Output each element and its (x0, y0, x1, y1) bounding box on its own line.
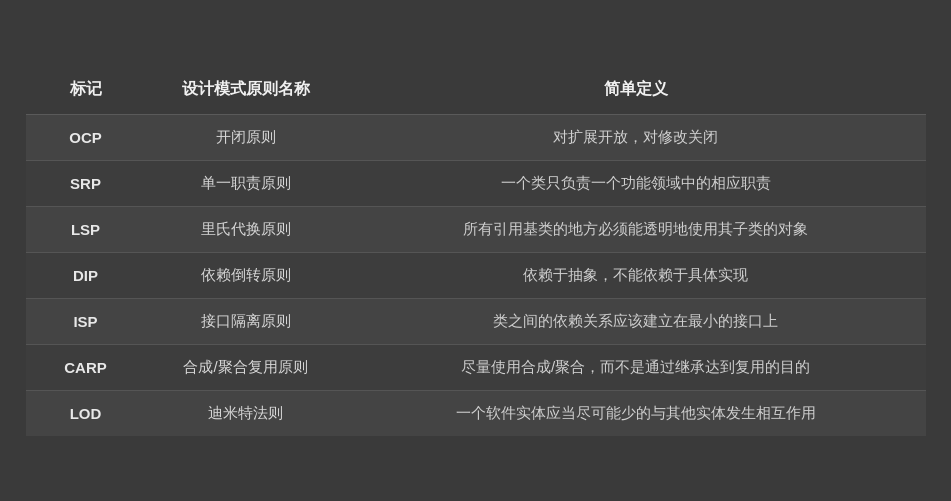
cell-definition: 所有引用基类的地方必须能透明地使用其子类的对象 (346, 207, 926, 253)
cell-definition: 尽量使用合成/聚合，而不是通过继承达到复用的目的 (346, 345, 926, 391)
cell-name: 合成/聚合复用原则 (146, 345, 346, 391)
table-header-row: 标记 设计模式原则名称 简单定义 (26, 65, 926, 115)
header-name: 设计模式原则名称 (146, 65, 346, 115)
header-code: 标记 (26, 65, 146, 115)
cell-definition: 类之间的依赖关系应该建立在最小的接口上 (346, 299, 926, 345)
cell-code: DIP (26, 253, 146, 299)
design-principles-table: 标记 设计模式原则名称 简单定义 OCP开闭原则对扩展开放，对修改关闭SRP单一… (26, 65, 926, 436)
cell-definition: 一个软件实体应当尽可能少的与其他实体发生相互作用 (346, 391, 926, 437)
cell-code: ISP (26, 299, 146, 345)
cell-code: LOD (26, 391, 146, 437)
table-row: ISP接口隔离原则类之间的依赖关系应该建立在最小的接口上 (26, 299, 926, 345)
table-row: SRP单一职责原则一个类只负责一个功能领域中的相应职责 (26, 161, 926, 207)
cell-name: 单一职责原则 (146, 161, 346, 207)
table-row: DIP依赖倒转原则依赖于抽象，不能依赖于具体实现 (26, 253, 926, 299)
cell-definition: 一个类只负责一个功能领域中的相应职责 (346, 161, 926, 207)
cell-name: 里氏代换原则 (146, 207, 346, 253)
cell-definition: 依赖于抽象，不能依赖于具体实现 (346, 253, 926, 299)
table-container: 标记 设计模式原则名称 简单定义 OCP开闭原则对扩展开放，对修改关闭SRP单一… (26, 65, 926, 436)
cell-code: LSP (26, 207, 146, 253)
cell-name: 迪米特法则 (146, 391, 346, 437)
cell-definition: 对扩展开放，对修改关闭 (346, 115, 926, 161)
cell-name: 接口隔离原则 (146, 299, 346, 345)
table-row: LOD迪米特法则一个软件实体应当尽可能少的与其他实体发生相互作用 (26, 391, 926, 437)
table-body: OCP开闭原则对扩展开放，对修改关闭SRP单一职责原则一个类只负责一个功能领域中… (26, 115, 926, 437)
cell-name: 开闭原则 (146, 115, 346, 161)
table-row: LSP里氏代换原则所有引用基类的地方必须能透明地使用其子类的对象 (26, 207, 926, 253)
cell-code: OCP (26, 115, 146, 161)
cell-name: 依赖倒转原则 (146, 253, 346, 299)
table-row: CARP合成/聚合复用原则尽量使用合成/聚合，而不是通过继承达到复用的目的 (26, 345, 926, 391)
table-row: OCP开闭原则对扩展开放，对修改关闭 (26, 115, 926, 161)
cell-code: SRP (26, 161, 146, 207)
header-definition: 简单定义 (346, 65, 926, 115)
cell-code: CARP (26, 345, 146, 391)
